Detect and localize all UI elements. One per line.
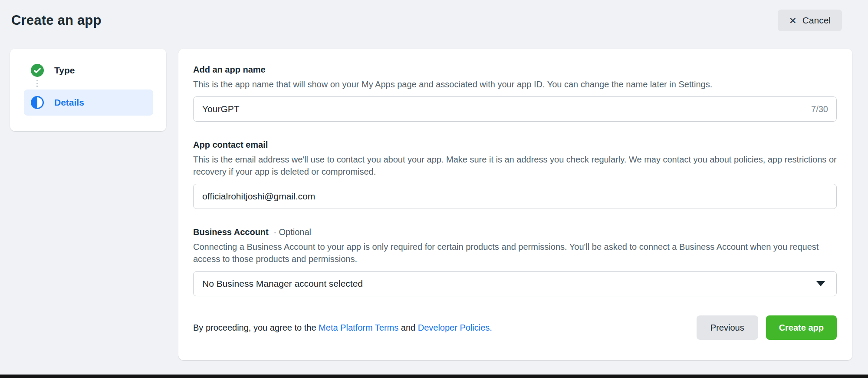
- app-name-input[interactable]: [193, 96, 837, 122]
- app-name-input-wrap: 7/30: [193, 96, 837, 122]
- agreement-prefix: By proceeding, you agree to the: [193, 323, 319, 332]
- app-name-description: This is the app name that will show on y…: [193, 78, 837, 90]
- contact-email-description: This is the email address we'll use to c…: [193, 153, 837, 178]
- screen-bottom-edge: [0, 375, 868, 378]
- business-account-label: Business Account · Optional: [193, 227, 837, 237]
- contact-email-section: App contact email This is the email addr…: [193, 140, 837, 209]
- stepper-step-details-label: Details: [54, 97, 84, 108]
- create-app-form-card: Add an app name This is the app name tha…: [178, 49, 852, 360]
- chevron-down-icon: [816, 281, 825, 286]
- business-account-label-text: Business Account: [193, 227, 269, 237]
- business-account-optional-suffix: · Optional: [273, 227, 311, 237]
- business-account-select[interactable]: No Business Manager account selected: [193, 271, 837, 296]
- content-layout: Type Details Add an app name This is the…: [0, 49, 868, 360]
- cancel-button[interactable]: ✕ Cancel: [778, 10, 842, 31]
- check-circle-icon: [31, 64, 44, 77]
- business-account-description: Connecting a Business Account to your ap…: [193, 241, 837, 265]
- meta-platform-terms-link[interactable]: Meta Platform Terms: [319, 323, 398, 332]
- contact-email-label: App contact email: [193, 140, 837, 150]
- stepper-card: Type Details: [10, 49, 166, 131]
- app-name-label: Add an app name: [193, 65, 837, 75]
- app-name-char-counter: 7/30: [811, 104, 828, 114]
- app-name-section: Add an app name This is the app name tha…: [193, 65, 837, 122]
- close-icon: ✕: [789, 16, 797, 25]
- top-bar: Create an app ✕ Cancel: [0, 0, 868, 31]
- stepper-step-type[interactable]: Type: [10, 63, 166, 77]
- page-title: Create an app: [11, 13, 102, 28]
- stepper-step-type-label: Type: [54, 65, 75, 76]
- contact-email-input-wrap: [193, 184, 837, 209]
- form-footer: By proceeding, you agree to the Meta Pla…: [193, 315, 837, 340]
- half-filled-circle-icon: [31, 96, 44, 109]
- business-account-selected-value: No Business Manager account selected: [202, 279, 363, 289]
- terms-agreement-text: By proceeding, you agree to the Meta Pla…: [193, 323, 492, 333]
- developer-policies-link[interactable]: Developer Policies.: [418, 323, 492, 332]
- stepper-connector: [36, 80, 38, 87]
- agreement-middle: and: [398, 323, 418, 332]
- previous-button[interactable]: Previous: [697, 315, 758, 340]
- business-account-section: Business Account · Optional Connecting a…: [193, 227, 837, 296]
- contact-email-input[interactable]: [193, 184, 837, 209]
- footer-buttons: Previous Create app: [697, 315, 837, 340]
- cancel-button-label: Cancel: [802, 15, 831, 26]
- stepper-step-details[interactable]: Details: [24, 90, 153, 116]
- create-app-button[interactable]: Create app: [766, 315, 837, 340]
